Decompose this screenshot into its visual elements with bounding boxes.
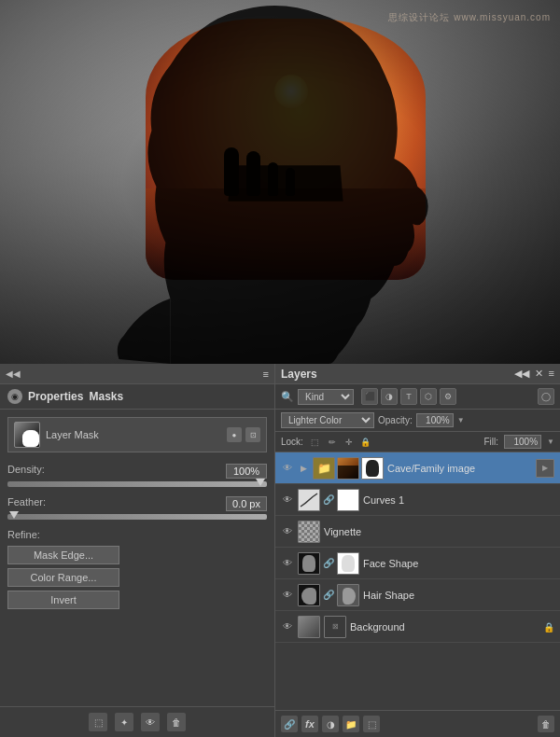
filter-adjust-icon[interactable]: ◑: [381, 388, 398, 405]
density-track[interactable]: [7, 481, 267, 487]
layers-double-arrow[interactable]: ◀◀: [514, 368, 529, 380]
density-label: Density:: [7, 464, 45, 479]
properties-menu-icon[interactable]: ≡: [263, 368, 269, 380]
head-silhouette-svg: [95, 0, 450, 364]
lock-move-icon[interactable]: ✛: [343, 436, 356, 449]
filter-icons: ⬛ ◑ T ⬡ ⚙: [361, 388, 456, 405]
layers-panel: Layers ◀◀ ✕ ≡ 🔍 Kind ⬛ ◑ T ⬡ ⚙ ◯: [275, 364, 560, 737]
layer-eye-cave[interactable]: 👁: [281, 462, 294, 475]
new-layer-icon[interactable]: ⬚: [363, 716, 380, 732]
layer-arrow-cave[interactable]: ▶: [536, 459, 554, 478]
density-label-row: Density: 100%: [7, 464, 267, 479]
layer-name-vignette: Vignette: [324, 526, 554, 537]
layer-thumbs-cave: 📁: [313, 457, 384, 480]
layers-title: Layers: [281, 368, 317, 381]
color-range-button[interactable]: Color Range...: [7, 568, 119, 587]
refine-label: Refine:: [7, 529, 267, 540]
layer-row-face[interactable]: 👁 🔗 Face Shape: [275, 548, 560, 579]
lock-brush-icon[interactable]: ✏: [326, 436, 339, 449]
opacity-input[interactable]: [416, 413, 454, 427]
layer-eye-face[interactable]: 👁: [281, 557, 294, 570]
properties-panel: ◀◀ ≡ ◉ Properties Masks Layer Mask ● ⊡: [0, 364, 275, 737]
layers-menu-icon[interactable]: ≡: [549, 368, 554, 380]
mask-rect-icon[interactable]: ⊡: [245, 427, 260, 442]
bg-lock-icon: 🔒: [543, 621, 554, 633]
layer-name-cave: Cave/Family image: [387, 463, 532, 474]
new-fill-adj-icon[interactable]: ◑: [322, 716, 339, 732]
thumb-bg: [298, 616, 320, 638]
fill-input[interactable]: [504, 435, 541, 449]
properties-body: Layer Mask ● ⊡ Density: 100% Fea: [0, 410, 274, 706]
density-handle[interactable]: [256, 479, 265, 486]
filter-pixel-icon[interactable]: ⬛: [361, 388, 378, 405]
thumb-cave-image: [337, 457, 359, 480]
delete-layer-icon[interactable]: 🗑: [538, 716, 554, 732]
feather-handle[interactable]: [9, 511, 19, 519]
search-row: 🔍 Kind ⬛ ◑ T ⬡ ⚙ ◯: [275, 384, 560, 410]
layer-name-bg: Background: [350, 621, 539, 633]
blend-mode-select[interactable]: Lighter Color: [281, 412, 374, 428]
fx-icon[interactable]: fx: [301, 716, 318, 732]
mask-icon: ◉: [7, 389, 22, 404]
feather-value[interactable]: 0.0 px: [226, 496, 267, 511]
thumb-curves-mask: [337, 489, 359, 511]
layer-row-curves[interactable]: 👁 🔗 Curves 1: [275, 484, 560, 516]
properties-title-bar: ◉ Properties Masks: [0, 384, 274, 410]
fill-label: Fill:: [484, 437, 499, 447]
properties-header-right: ≡: [263, 368, 269, 380]
thumb-curves-adj: [298, 489, 320, 511]
mask-edge-button[interactable]: Mask Edge...: [7, 546, 119, 564]
watermark: 思综设计论坛 www.missyuan.com: [388, 11, 551, 24]
feather-slider-row: Feather: 0.0 px: [7, 496, 267, 520]
new-group-icon[interactable]: 📁: [343, 716, 359, 732]
layer-expand-cave[interactable]: ▶: [298, 463, 309, 474]
trash-icon[interactable]: 🗑: [167, 713, 186, 731]
kind-select[interactable]: Kind: [298, 389, 354, 405]
lock-pixel-icon[interactable]: ⬚: [309, 436, 322, 449]
filter-smart-icon[interactable]: ⚙: [440, 388, 456, 405]
layers-header-right: ◀◀ ✕ ≡: [514, 368, 554, 380]
rect-select-icon[interactable]: ⬚: [89, 713, 107, 731]
layer-chain-face: 🔗: [324, 557, 333, 570]
wand-icon[interactable]: ✦: [115, 713, 133, 731]
layer-row-background[interactable]: 👁 ⊠ Background 🔒: [275, 611, 560, 643]
mask-circle-icon[interactable]: ●: [227, 427, 242, 442]
layer-eye-vignette[interactable]: 👁: [281, 525, 294, 538]
search-magnifier-icon: 🔍: [281, 391, 294, 403]
layer-chain-curves: 🔗: [324, 494, 333, 507]
lock-label: Lock:: [281, 437, 303, 447]
opacity-arrow[interactable]: ▼: [457, 416, 465, 424]
properties-panel-header: ◀◀ ≡: [0, 364, 274, 384]
feather-label-row: Feather: 0.0 px: [7, 496, 267, 511]
properties-footer: ⬚ ✦ 👁 🗑: [0, 706, 274, 737]
thumb-bg-extra: ⊠: [324, 616, 346, 638]
filter-text-icon[interactable]: T: [400, 388, 417, 405]
eye-visibility-icon[interactable]: 👁: [141, 713, 160, 731]
link-layers-icon[interactable]: 🔗: [281, 716, 298, 732]
density-slider-row: Density: 100%: [7, 464, 267, 487]
layer-eye-hair[interactable]: 👁: [281, 589, 294, 602]
layer-mask-row: Layer Mask ● ⊡: [7, 417, 267, 452]
properties-title: Properties: [28, 390, 83, 403]
lock-row: Lock: ⬚ ✏ ✛ 🔒 Fill: ▼: [275, 432, 560, 452]
fill-arrow[interactable]: ▼: [547, 438, 554, 446]
thumb-hair-mask: [337, 584, 359, 606]
layer-eye-bg[interactable]: 👁: [281, 620, 294, 633]
layer-row-hair[interactable]: 👁 🔗 Hair Shape: [275, 579, 560, 611]
layer-name-curves: Curves 1: [363, 494, 554, 506]
blend-row: Lighter Color Opacity: ▼: [275, 410, 560, 432]
density-value[interactable]: 100%: [226, 464, 267, 479]
feather-track[interactable]: [7, 514, 267, 520]
layer-eye-curves[interactable]: 👁: [281, 494, 294, 507]
layer-chain-hair: 🔗: [324, 589, 333, 602]
invert-button[interactable]: Invert: [7, 591, 119, 609]
feather-label: Feather:: [7, 496, 46, 511]
layer-row-vignette[interactable]: 👁 Vignette: [275, 516, 560, 548]
filter-shape-icon[interactable]: ⬡: [420, 388, 437, 405]
mask-icons: ● ⊡: [227, 427, 260, 442]
layer-row-cave-family[interactable]: 👁 ▶ 📁 Cave/Family image ▶: [275, 452, 560, 484]
layers-close-icon[interactable]: ✕: [535, 368, 543, 380]
lock-all-icon[interactable]: 🔒: [359, 436, 372, 449]
properties-double-arrow[interactable]: ◀◀: [6, 368, 21, 379]
filter-toggle[interactable]: ◯: [538, 388, 554, 405]
